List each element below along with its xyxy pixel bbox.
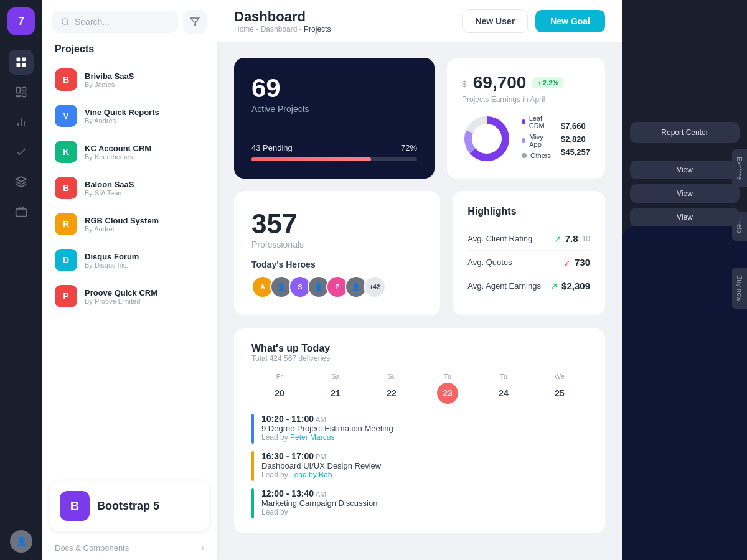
nav-icon-briefcase[interactable] [9,199,34,224]
project-item-0[interactable]: B Briviba SaaS By James [50,62,209,97]
hl-label-3: Avg. Agent Earnings [467,281,541,291]
cal-day-2[interactable]: Su 22 [364,373,420,404]
active-projects-card: 69 Active Projects 43 Pending 72% [234,58,435,179]
svg-rect-6 [22,93,26,97]
project-item-5[interactable]: D Disqus Forum By Disqus Inc. [50,243,209,278]
cal-day-name-3: Tu [444,373,451,380]
nav-icon-check[interactable] [9,139,34,164]
cal-day-3[interactable]: Tu 23 [420,373,476,404]
hl-value-wrap-1: ↗ 7.8 10 [554,233,590,244]
calendar-subtitle: Total 424,567 deliveries [251,354,588,363]
nav-avatar[interactable]: 7 [7,7,35,35]
donut-svg [462,114,512,164]
project-item-1[interactable]: V Vine Quick Reports By Andres [50,98,209,133]
view-button-2[interactable]: View [630,184,740,203]
breadcrumb-sep1: - [256,25,260,34]
legend-dot-2 [522,138,525,143]
header: Dashboard Home - Dashboard - Projects Ne… [217,0,622,43]
project-name-4: RGB Cloud System [85,216,159,225]
view-button-3[interactable]: View [630,208,740,226]
project-author-2: By Keenthemes [85,153,151,161]
svg-rect-12 [16,209,27,217]
svg-rect-7 [17,95,21,97]
nav-icon-chart[interactable] [9,110,34,134]
bootstrap-banner[interactable]: B Bootstrap 5 [50,481,209,531]
event-lead-0: Lead by Peter Marcus [261,433,588,442]
right-panel: Report Center View View View Explore Hel… [622,0,747,560]
event-ampm-0: AM [316,416,326,423]
nav-icon-layers[interactable] [9,169,34,194]
project-item-4[interactable]: R RGB Cloud System By Andrei [50,207,209,241]
event-lead-link-0[interactable]: Peter Marcus [290,433,334,442]
hl-value-3: $2,309 [561,281,590,291]
event-time-2: 12:00 - 13:40AM [261,488,588,498]
sidebar: Projects B Briviba SaaS By James V Vine … [42,0,217,560]
cal-day-4[interactable]: Tu 24 [476,373,532,404]
cal-day-num-2: 22 [381,383,402,404]
left-nav: 7 👤 [0,0,42,560]
earnings-subtitle: Projects Earnings in April [462,95,590,104]
svg-rect-5 [22,88,26,91]
hl-value-2: 730 [575,257,590,268]
project-logo-3: B [55,177,77,199]
cal-day-1[interactable]: Sa 21 [308,373,364,404]
docs-row[interactable]: Docs & Components › [42,538,217,560]
pending-count: 43 Pending [251,143,293,152]
highlight-row-3: Avg. Agent Earnings ↗ $2,309 [467,274,590,297]
breadcrumb-home[interactable]: Home [234,25,254,34]
row1: 69 Active Projects 43 Pending 72% $ 69,7… [234,58,605,179]
nav-icon-grid[interactable] [9,50,34,75]
project-item-2[interactable]: K KC Account CRM By Keenthemes [50,134,209,169]
legend-values: $7,660 $2,820 $45,257 [561,121,590,157]
project-item-6[interactable]: P Proove Quick CRM By Proove Limited [50,279,209,314]
hl-value-wrap-3: ↗ $2,309 [550,281,590,291]
breadcrumb-projects[interactable]: Projects [304,25,331,34]
calendar-days-row: Fr 20 Sa 21 Su 22 Tu 23 Tu 24 We 25 [251,373,588,404]
search-input[interactable] [75,17,169,27]
bootstrap-label: Bootstrap 5 [97,500,159,513]
highlight-row-2: Avg. Quotes ↙ 730 [467,251,590,274]
project-name-2: KC Account CRM [85,144,151,153]
new-goal-button[interactable]: New Goal [535,10,605,32]
project-info-0: Briviba SaaS By James [85,72,134,88]
svg-rect-3 [22,63,26,67]
project-logo-0: B [55,68,77,91]
avatar-more: +42 [364,276,386,298]
page-title: Dashboard [234,9,331,25]
hl-value-wrap-2: ↙ 730 [563,257,590,268]
content-area: 69 Active Projects 43 Pending 72% $ 69,7… [217,43,622,560]
user-avatar[interactable]: 👤 [10,530,32,553]
event-lead-link-1[interactable]: Lead by Bob [290,470,332,479]
event-name-0: 9 Degree Project Estimation Meeting [261,424,588,433]
view-button-1[interactable]: View [630,161,740,179]
cal-day-num-0: 20 [269,383,290,404]
project-logo-2: K [55,141,77,163]
event-time-1: 16:30 - 17:00PM [261,451,588,461]
legend-label-3: Others [522,152,551,159]
event-info-2: 12:00 - 13:40AM Marketing Campaign Discu… [261,488,588,516]
project-name-6: Proove Quick CRM [85,288,157,297]
cal-day-name-2: Su [387,373,395,380]
project-info-4: RGB Cloud System By Andrei [85,216,159,233]
event-name-1: Dashboard UI/UX Design Review [261,461,588,470]
report-center-button[interactable]: Report Center [630,122,740,143]
project-logo-6: P [55,285,77,307]
cal-day-name-0: Fr [276,373,283,380]
cal-day-name-4: Tu [500,373,507,380]
legend-item-1: Leaf CRM [522,114,551,129]
event-ampm-2: AM [316,490,326,498]
cal-day-0[interactable]: Fr 20 [251,373,308,404]
project-item-3[interactable]: B Baloon SaaS By SIA Team [50,170,209,205]
search-icon [61,17,70,27]
nav-icon-dashboard[interactable] [9,80,34,105]
legend-label-1: Leaf CRM [522,114,551,129]
new-user-button[interactable]: New User [462,9,528,33]
svg-rect-0 [17,58,21,62]
earnings-card: $ 69,700 ↑ 2.2% Projects Earnings in Apr… [447,58,605,179]
earnings-legend: Leaf CRM Mivy App Othe [522,114,551,163]
cal-day-5[interactable]: We 25 [532,373,588,404]
filter-button[interactable] [183,10,207,34]
search-input-wrap[interactable] [52,11,178,33]
breadcrumb-dashboard[interactable]: Dashboard [261,25,298,34]
cal-event-1: 16:30 - 17:00PM Dashboard UI/UX Design R… [251,451,588,481]
